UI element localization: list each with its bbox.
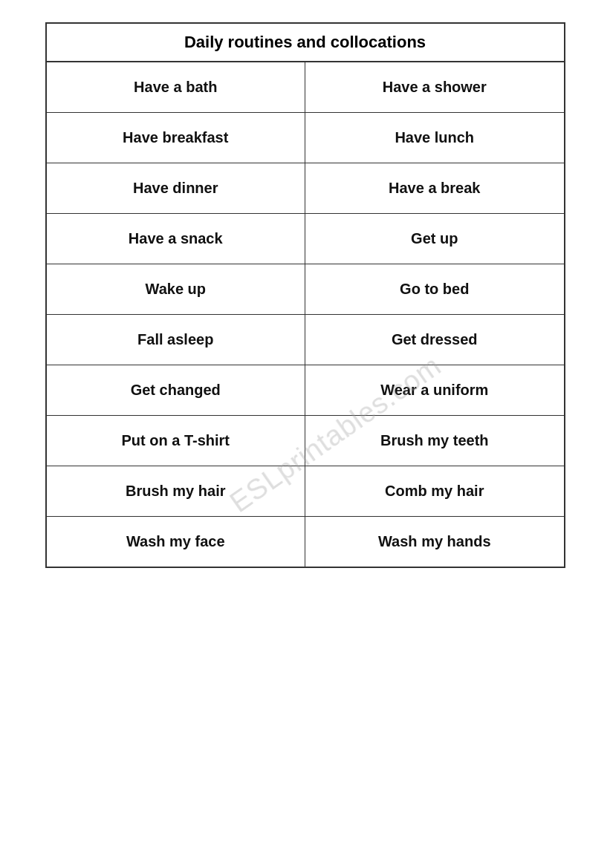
main-table: Daily routines and collocations Have a b… (45, 22, 565, 568)
cell-left-7: Put on a T-shirt (47, 416, 306, 466)
cell-right-4: Go to bed (305, 264, 564, 314)
table-row: Fall asleepGet dressed (47, 315, 564, 365)
cell-right-5: Get dressed (305, 315, 564, 365)
cell-left-0: Have a bath (47, 62, 306, 112)
cell-right-2: Have a break (305, 163, 564, 213)
table-row: Wake upGo to bed (47, 264, 564, 315)
cell-right-8: Comb my hair (305, 466, 564, 516)
cell-left-8: Brush my hair (47, 466, 306, 516)
cell-left-6: Get changed (47, 365, 306, 415)
table-row: Have dinnerHave a break (47, 163, 564, 214)
cell-right-3: Get up (305, 214, 564, 264)
cell-left-4: Wake up (47, 264, 306, 314)
cell-right-1: Have lunch (305, 113, 564, 163)
cell-left-3: Have a snack (47, 214, 306, 264)
table-row: Wash my faceWash my hands (47, 517, 564, 567)
cell-right-0: Have a shower (305, 62, 564, 112)
table-row: Have breakfastHave lunch (47, 113, 564, 163)
table-row: Put on a T-shirtBrush my teeth (47, 416, 564, 466)
cell-left-2: Have dinner (47, 163, 306, 213)
cell-right-6: Wear a uniform (305, 365, 564, 415)
cell-left-5: Fall asleep (47, 315, 306, 365)
table-row: Brush my hairComb my hair (47, 466, 564, 517)
table-row: Get changedWear a uniform (47, 365, 564, 416)
cell-right-9: Wash my hands (305, 517, 564, 567)
cell-left-1: Have breakfast (47, 113, 306, 163)
table-title: Daily routines and collocations (47, 24, 564, 62)
table-body: Have a bathHave a showerHave breakfastHa… (47, 62, 564, 567)
table-row: Have a bathHave a shower (47, 62, 564, 113)
cell-right-7: Brush my teeth (305, 416, 564, 466)
table-row: Have a snackGet up (47, 214, 564, 264)
cell-left-9: Wash my face (47, 517, 306, 567)
